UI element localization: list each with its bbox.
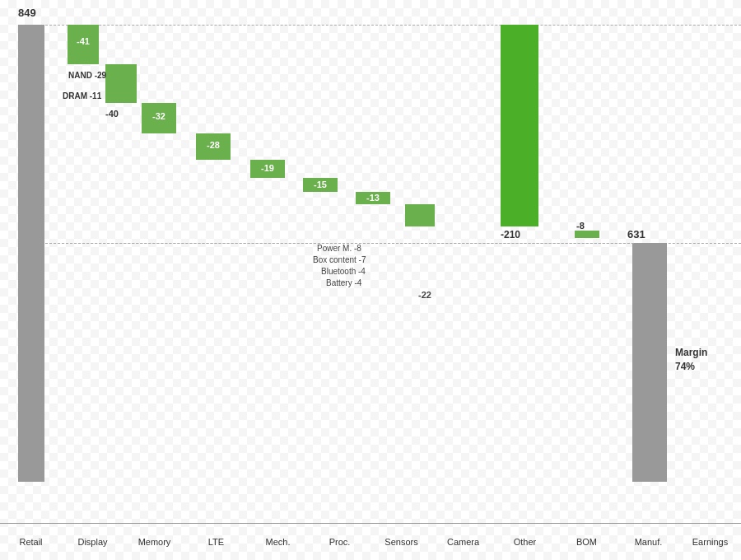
xlabel-memory: Memory	[124, 537, 185, 547]
xlabel-lte: LTE	[185, 537, 247, 547]
bar-memory: -32	[142, 103, 176, 133]
bar-camera-bat	[405, 222, 435, 226]
bar-label-memory: -32	[142, 111, 176, 121]
bar-label-nand: NAND -29	[68, 71, 106, 80]
x-axis: Retail Display Memory LTE Mech. Proc. Se…	[0, 523, 741, 560]
dashed-line-top	[33, 25, 741, 26]
bar-camera-pm	[405, 204, 435, 212]
label-bom-minus210: -210	[501, 229, 520, 240]
label-minus40: -40	[105, 109, 119, 119]
bar-label-lte: -28	[196, 140, 231, 150]
bar-camera-box	[405, 212, 435, 218]
bar-manuf	[575, 231, 599, 238]
bar-label-mech: -19	[250, 163, 285, 173]
xlabel-display: Display	[62, 537, 124, 547]
label-power-m: Power M. -8	[317, 244, 361, 253]
bar-sensors: -13	[356, 192, 390, 204]
bar-label-dram: DRAM -11	[63, 91, 101, 100]
chart-container: 849 -41 NAND -29 DRAM -11 -40 -32 -28	[0, 0, 741, 560]
label-bluetooth: Bluetooth -4	[321, 267, 366, 276]
bar-dram: DRAM -11	[105, 92, 137, 103]
bar-retail	[18, 25, 44, 482]
label-earnings-631: 631	[627, 228, 645, 240]
xlabel-sensors: Sensors	[370, 537, 432, 547]
xlabel-earnings: Earnings	[679, 537, 741, 547]
xlabel-mech: Mech.	[247, 537, 309, 547]
bar-label-display-41: -41	[68, 36, 99, 46]
label-box-content: Box content -7	[313, 255, 366, 264]
bar-nand: NAND -29	[105, 64, 137, 92]
label-manuf-minus8: -8	[576, 221, 585, 231]
xlabel-bom: BOM	[556, 537, 618, 547]
xlabel-retail: Retail	[0, 537, 62, 547]
bar-label-sensors: -13	[356, 193, 390, 203]
xlabel-camera: Camera	[432, 537, 494, 547]
bar-bom	[501, 25, 538, 226]
top-value-label: 849	[18, 7, 36, 19]
connector-line	[45, 243, 634, 244]
margin-label: Margin74%	[675, 346, 707, 374]
label-battery: Battery -4	[326, 278, 361, 287]
xlabel-manuf: Manuf.	[618, 537, 679, 547]
xlabel-other: Other	[494, 537, 556, 547]
label-minus22: -22	[418, 290, 431, 300]
chart-area: 849 -41 NAND -29 DRAM -11 -40 -32 -28	[0, 0, 741, 560]
bar-earnings	[632, 243, 667, 482]
xlabel-proc: Proc.	[309, 537, 370, 547]
bar-display-41: -41	[68, 25, 99, 64]
bar-proc: -15	[303, 178, 338, 192]
bar-label-proc: -15	[303, 180, 338, 189]
bar-mech: -19	[250, 160, 285, 178]
bar-lte: -28	[196, 133, 231, 160]
